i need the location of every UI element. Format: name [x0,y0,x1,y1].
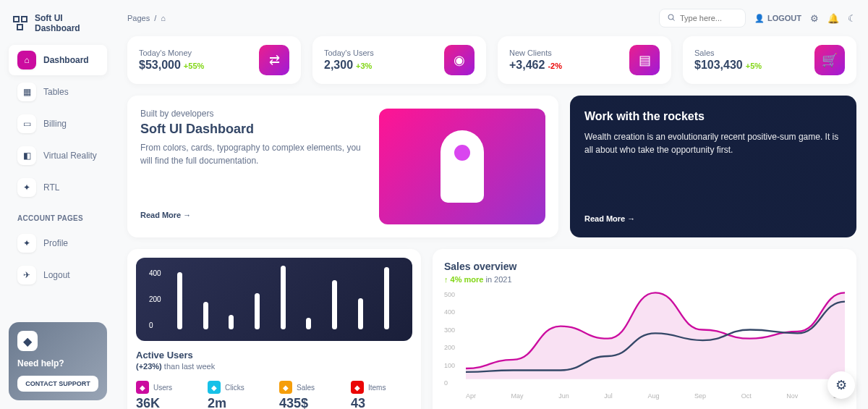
contact-support-button[interactable]: CONTACT SUPPORT [17,376,98,392]
logout-icon: ✈ [17,266,36,284]
stat-card-globe: Today's Users 2,300+3% ◉ [312,36,486,84]
user-icon: ✦ [17,234,36,253]
hero-readmore-link[interactable]: Read More → [140,211,367,219]
stat-mini-icon: ◆ [208,381,221,394]
bar [203,302,208,329]
gear-icon: ⚙ [835,377,847,393]
tools-icon: ✦ [17,178,36,197]
svg-point-3 [668,14,673,20]
sales-overview-title: Sales overview [444,261,845,272]
active-users-title: Active Users [136,350,412,360]
cart-icon: 🛒 [814,45,845,75]
stat-mini-icon: ◆ [351,381,364,394]
hero-eyebrow: Built by developers [140,109,367,119]
doc-icon: ▤ [629,45,660,75]
sidebar-label: Virtual Reality [43,151,97,161]
rockets-card: Work with the rockets Wealth creation is… [570,96,856,237]
sidebar-item-vr[interactable]: ◧ Virtual Reality [9,140,107,171]
person-icon: 👤 [754,14,765,23]
lightbulb-icon: ◆ [17,331,38,351]
search-input[interactable] [659,9,746,28]
help-card: ◆ Need help? CONTACT SUPPORT [9,322,107,400]
hero-image [379,109,545,224]
au-stat: ◆Items 43 [351,381,412,409]
credit-card-icon: ▭ [17,114,36,133]
sidebar-label: Profile [43,238,68,248]
au-stat: ◆Clicks 2m [208,381,269,409]
sidebar-label: Tables [43,87,69,97]
sidebar-item-rtl[interactable]: ✦ RTL [9,172,107,203]
sidebar-item-dashboard[interactable]: ⌂ Dashboard [9,45,107,75]
bar [332,280,337,329]
active-users-bar-chart: 4002000 [136,258,412,341]
stat-card-money: Today's Money $53,000+55% ⇄ [127,36,301,84]
svg-rect-0 [14,17,19,22]
gear-icon[interactable]: ⚙ [810,13,819,24]
breadcrumb-root[interactable]: Pages [127,14,150,22]
bar [384,267,389,329]
au-stat: ◆Users 36K [136,381,197,409]
help-title: Need help? [17,358,98,368]
stat-value: $53,000+55% [139,59,204,72]
moon-icon[interactable]: ☾ [848,13,856,24]
svg-rect-2 [17,25,22,30]
stat-card-cart: Sales $103,430+5% 🛒 [683,36,856,84]
rocket-illustration [441,130,484,203]
stat-label: Sales [694,49,762,57]
brand-title: Soft UI Dashboard [35,13,104,33]
sidebar-item-billing[interactable]: ▭ Billing [9,109,107,139]
logout-button[interactable]: 👤 LOGOUT [754,14,801,23]
sales-overview-card: Sales overview ↑ 4% more in 2021 5004003… [433,249,856,409]
stat-value: 2,300+3% [324,59,374,72]
money-icon: ⇄ [259,45,289,75]
hero-body: From colors, cards, typography to comple… [140,141,367,167]
stat-delta: -2% [548,62,562,70]
stat-delta: +5% [746,62,762,70]
shop-icon: ⌂ [17,51,36,69]
hero-title: Soft UI Dashboard [140,122,367,137]
sales-line-chart [466,291,845,379]
stat-delta: +55% [184,62,204,70]
sidebar-item-profile[interactable]: ✦ Profile [9,228,107,258]
search-icon [667,13,676,23]
stat-card-doc: New Clients +3,462-2% ▤ [498,36,671,84]
brand[interactable]: Soft UI Dashboard [9,9,107,45]
home-icon[interactable]: ⌂ [161,14,166,22]
active-users-subtitle: (+23%) than last week [136,362,412,371]
stat-value: +3,462-2% [509,59,562,72]
sidebar-item-logout[interactable]: ✈ Logout [9,260,107,290]
svg-rect-1 [22,17,27,22]
stat-mini-icon: ◆ [136,381,149,394]
bar [255,293,260,329]
sidebar-label: Logout [43,270,70,280]
stat-label: New Clients [509,49,562,57]
bar [229,315,234,329]
bar [177,272,182,329]
rockets-readmore-link[interactable]: Read More → [584,214,842,223]
stat-delta: +3% [356,62,372,70]
rockets-body: Wealth creation is an evolutionarily rec… [584,130,842,214]
bell-icon[interactable]: 🔔 [827,13,839,24]
stat-label: Today's Money [139,49,204,57]
stat-value: $103,430+5% [694,59,762,72]
cube-icon: ◧ [17,146,36,165]
settings-fab-button[interactable]: ⚙ [827,371,855,399]
sidebar-item-tables[interactable]: ▦ Tables [9,77,107,107]
sales-overview-subtitle: ↑ 4% more in 2021 [444,275,845,284]
au-stat: ◆Sales 435$ [279,381,341,409]
bar [358,298,363,329]
bar [281,266,286,329]
svg-line-4 [673,19,675,21]
active-users-card: 4002000 Active Users (+23%) than last we… [127,249,421,409]
stat-label: Today's Users [324,49,374,57]
sidebar-label: Dashboard [43,55,89,65]
bar [306,318,311,329]
rockets-title: Work with the rockets [584,110,842,123]
sidebar-account-heading: ACCOUNT PAGES [9,204,107,227]
globe-icon: ◉ [444,45,475,75]
sidebar-label: Billing [43,119,67,129]
stat-mini-icon: ◆ [279,381,292,394]
breadcrumb: Pages / ⌂ [127,14,166,22]
brand-icon [12,14,29,32]
table-icon: ▦ [17,83,36,101]
